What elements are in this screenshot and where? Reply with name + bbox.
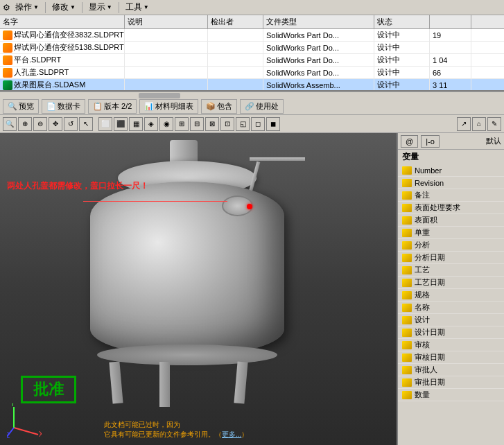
file-list-rows: 焊试同心通信变径3832.SLDPRT SolidWorks Part Do..… [0,29,504,90]
file-cell-name: 焊试同心通信变径5138.SLDPRT [0,42,125,53]
toolbar-modify[interactable]: 修改 ▼ [49,0,79,15]
tab-bom[interactable]: 📊 材料明细表 [139,99,198,114]
file-row[interactable]: 焊试同心通信变径5138.SLDPRT SolidWorks Part Do..… [0,42,504,54]
variable-item-surface[interactable]: 表面处理要求 [398,202,504,214]
panel-tab-arrow[interactable]: |-o [421,135,440,148]
file-cell-checker [208,29,263,41]
col-rev [430,15,471,28]
horizontal-scrollbar[interactable] [0,91,504,98]
view-btn-12[interactable]: ◼ [266,117,280,131]
view-btn-6[interactable]: ⊞ [175,117,189,131]
tab-toolbar: 🔍 预览 📄 数据卡 📋 版本 2/2 📊 材料明细表 📦 包含 🔗 使用处 [0,98,504,115]
variable-section-label: 变量 [398,150,504,164]
red-indicator-dot [247,204,252,209]
variable-item-spec[interactable]: 规格 [398,289,504,302]
dropdown-arrow-icon: ▼ [144,4,149,10]
variable-item-analysis-date[interactable]: 分析日期 [398,252,504,264]
xyz-axis: X Y Z [7,403,42,438]
view-btn-2[interactable]: ⬛ [114,117,128,131]
panel-tab-at[interactable]: @ [401,135,418,148]
file-cell-desc [125,42,208,53]
tab-contains[interactable]: 📦 包含 [201,99,237,114]
tank-body [90,182,284,355]
variable-item-review[interactable]: 审核 [398,339,504,351]
view-btn-9[interactable]: ⊡ [220,117,234,131]
view-btn-10[interactable]: ◱ [236,117,250,131]
separator [119,2,119,13]
view-btn-3[interactable]: ▦ [129,117,143,131]
view-btn-4[interactable]: ◈ [144,117,158,131]
svg-text:Z: Z [7,432,10,438]
variable-item-quantity[interactable]: 数量 [398,389,504,401]
variable-item-review-date[interactable]: 审核日期 [398,351,504,364]
cursor-btn[interactable]: ↗ [457,117,471,131]
part-icon [3,55,12,65]
separator [45,2,46,13]
folder-icon [402,241,412,250]
tank-bottom-ring [97,344,277,365]
variable-item-remark[interactable]: 备注 [398,189,504,202]
file-row[interactable]: 平台.SLDPRT SolidWorks Part Do... 设计中 1 04 [0,54,504,67]
file-row[interactable]: 焊试同心通信变径3832.SLDPRT SolidWorks Part Do..… [0,29,504,42]
part-icon [3,68,12,78]
tab-datacard[interactable]: 📄 数据卡 [42,99,85,114]
file-cell-name: 效果图展台.SLDASM [0,79,125,90]
folder-icon [402,366,412,374]
file-cell-name: 平台.SLDPRT [0,54,125,66]
top-toolbar: ⚙ 操作 ▼ 修改 ▼ 显示 ▼ 工具 ▼ [0,0,504,15]
file-cell-type: SolidWorks Part Do... [263,29,374,41]
tank-leg-1 [109,361,123,403]
variable-list: Number Revision 备注 表面处理要求 表面积 单重 [398,164,504,445]
toolbar-display[interactable]: 显示 ▼ [85,0,116,15]
view-btn-11[interactable]: ◻ [251,117,265,131]
file-cell-name: 人孔盖.SLDPRT [0,67,125,78]
right-panel-header: @ |-o 默认 [398,133,504,150]
folder-icon [402,229,412,237]
file-row-selected[interactable]: 效果图展台.SLDASM SolidWorks Assemb... 设计中 3 … [0,79,504,90]
zoom-out-btn[interactable]: ⊖ [33,117,47,131]
rotate-btn[interactable]: ↺ [64,117,78,131]
tab-preview[interactable]: 🔍 预览 [3,99,39,114]
variable-item-name[interactable]: 名称 [398,302,504,314]
variable-item-area[interactable]: 表面积 [398,214,504,227]
toolbar-tools[interactable]: 工具 ▼ [122,0,153,15]
tank-leg-3 [234,361,247,403]
part-icon [3,30,12,40]
tab-version[interactable]: 📋 版本 2/2 [88,99,137,114]
col-checker: 检出者 [208,15,263,28]
home-btn[interactable]: ⌂ [472,117,486,131]
view-btn-7[interactable]: ⊟ [190,117,204,131]
variable-item-process-date[interactable]: 工艺日期 [398,277,504,289]
select-btn[interactable]: ↖ [79,117,93,131]
toolbar-operations[interactable]: 操作 ▼ [12,0,42,15]
view-btn-8[interactable]: ⊠ [205,117,219,131]
more-link[interactable]: 更多... [222,430,241,438]
main-content: 两处人孔盖都需修改，盖口拉长一尺！ 批准 X Y Z 此文档可能已过时，因为 它… [0,133,504,445]
pan-btn[interactable]: ✥ [49,117,62,131]
variable-item-design-date[interactable]: 设计日期 [398,326,504,339]
flag-btn[interactable]: ✎ [487,117,501,131]
variable-item-weight[interactable]: 单重 [398,227,504,239]
variable-item-approver[interactable]: 审批人 [398,364,504,376]
zoom-fit-btn[interactable]: 🔍 [3,117,17,131]
tab-usedby[interactable]: 🔗 使用处 [240,99,284,114]
variable-item-analysis[interactable]: 分析 [398,239,504,252]
variable-item-design[interactable]: 设计 [398,314,504,326]
folder-icon [402,254,412,262]
svg-line-0 [14,428,38,435]
file-cell-rev: 3 11 [430,79,471,90]
file-cell-rev: 19 [430,29,471,41]
file-cell-rev: 1 04 [430,54,471,66]
view-btn-1[interactable]: ⬜ [98,117,112,131]
scrollbar-thumb[interactable] [139,93,180,98]
view-btn-5[interactable]: ◉ [159,117,173,131]
file-row[interactable]: 人孔盖.SLDPRT SolidWorks Part Do... 设计中 66 [0,67,504,79]
variable-item-approve-date[interactable]: 审批日期 [398,376,504,389]
file-cell-type: SolidWorks Part Do... [263,67,374,78]
zoom-in-btn[interactable]: ⊕ [18,117,32,131]
folder-icon [402,341,412,349]
3d-viewport[interactable]: 两处人孔盖都需修改，盖口拉长一尺！ 批准 X Y Z 此文档可能已过时，因为 它… [0,133,397,445]
variable-item-process[interactable]: 工艺 [398,264,504,277]
variable-item-revision[interactable]: Revision [398,177,504,189]
variable-item-number[interactable]: Number [398,164,504,177]
